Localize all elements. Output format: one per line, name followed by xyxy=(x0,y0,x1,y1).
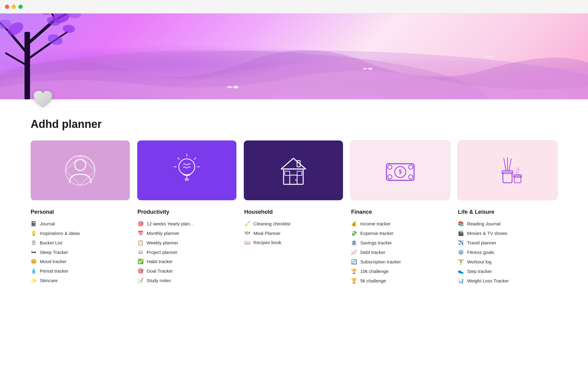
list-item[interactable]: 📝Study notes xyxy=(138,276,237,285)
item-icon: ⚙️ xyxy=(458,249,464,255)
close-button[interactable] xyxy=(5,5,9,9)
page-content: Adhd planner xyxy=(0,112,588,298)
item-label: Subscription tracker xyxy=(360,259,401,264)
list-item[interactable]: 💰Income tracker xyxy=(351,219,450,228)
category-items-personal: 📓Journal💡Inspirations & ideas☰Bucket Lis… xyxy=(31,219,130,285)
list-item[interactable]: 🏦Savings tracker xyxy=(351,238,450,247)
item-icon: 🍽 xyxy=(244,230,251,236)
item-icon: 📝 xyxy=(138,278,144,283)
list-item[interactable]: 🏆5k challenge xyxy=(351,276,450,286)
titlebar xyxy=(0,0,588,13)
svg-point-44 xyxy=(409,175,413,179)
list-item[interactable]: 🧹Cleaning checklist xyxy=(244,219,344,228)
list-item[interactable]: 🍽Meal Planner xyxy=(244,228,344,238)
category-title-productivity: Productivity xyxy=(138,209,237,215)
category-items-productivity: 🎯12 weeks Yearly plan...📅Monthly planner… xyxy=(138,219,237,285)
svg-point-42 xyxy=(409,165,413,169)
category-items-household: 🧹Cleaning checklist🍽Meal Planner📖Recipes… xyxy=(244,219,344,247)
item-label: Monthly planner xyxy=(147,231,179,236)
svg-rect-36 xyxy=(297,171,302,175)
item-icon: 📓 xyxy=(31,221,37,227)
list-item[interactable]: 🏋Workout log xyxy=(458,257,557,266)
item-label: Recipes book xyxy=(254,240,281,245)
svg-line-11 xyxy=(6,53,27,66)
list-item[interactable]: ⚙️Fitness goals xyxy=(458,247,557,257)
item-label: Weekly planner xyxy=(147,240,178,245)
list-item[interactable]: 👟Step tracker xyxy=(458,266,557,276)
list-item[interactable]: 🎯Goal Tracker xyxy=(138,266,237,276)
category-items-finance: 💰Income tracker💸Expense tracker🏦Savings … xyxy=(351,219,450,286)
category-title-finance: Finance xyxy=(351,209,450,215)
item-icon: 🔄 xyxy=(351,259,357,265)
svg-point-19 xyxy=(62,24,75,33)
heart-icon-container xyxy=(31,87,55,112)
list-item[interactable]: 🎯12 weeks Yearly plan... xyxy=(138,219,237,228)
list-item[interactable]: 📋Weekly planner xyxy=(138,238,237,247)
item-icon: 💡 xyxy=(31,230,37,236)
svg-line-27 xyxy=(178,158,179,159)
list-item[interactable]: 📚Reading Journal xyxy=(458,219,557,228)
list-item[interactable]: 💸Expense tracker xyxy=(351,228,450,238)
item-icon: 💧 xyxy=(31,268,37,274)
category-title-household: Household xyxy=(244,209,344,215)
category-household: Household🧹Cleaning checklist🍽Meal Planne… xyxy=(244,209,344,286)
page-title: Adhd planner xyxy=(31,118,557,131)
item-label: Fitness goals xyxy=(467,250,494,255)
list-item[interactable]: 📈Debt tracker xyxy=(351,247,450,257)
maximize-button[interactable] xyxy=(18,5,23,9)
list-item[interactable]: 📊Weight Loss Tracker xyxy=(458,276,557,286)
list-item[interactable]: 💧Period tracker xyxy=(31,266,130,276)
card-productivity[interactable] xyxy=(137,140,236,200)
item-label: Reading Journal xyxy=(467,221,500,226)
category-personal: Personal📓Journal💡Inspirations & ideas☰Bu… xyxy=(31,209,130,286)
list-item[interactable]: 📅Monthly planner xyxy=(138,228,237,238)
item-label: Step tracker xyxy=(467,269,492,274)
category-productivity: Productivity🎯12 weeks Yearly plan...📅Mon… xyxy=(138,209,237,286)
svg-rect-35 xyxy=(285,171,290,175)
list-item[interactable]: ✅Habit tracker xyxy=(138,257,237,266)
list-item[interactable]: 🎬Movies & TV shows xyxy=(458,228,557,238)
item-label: Bucket List xyxy=(40,240,62,245)
list-item[interactable]: 🗂Project planner xyxy=(138,247,237,257)
category-title-leisure: Life & Leisure xyxy=(458,209,557,215)
item-icon: 📅 xyxy=(138,230,144,236)
svg-point-41 xyxy=(388,165,392,169)
item-label: Movies & TV shows xyxy=(467,231,507,236)
item-label: Skincare xyxy=(40,278,58,283)
item-label: Study notes xyxy=(147,278,171,283)
list-item[interactable]: ✈️Travel planner xyxy=(458,238,557,247)
item-icon: 👟 xyxy=(458,268,464,274)
item-label: Habit tracker xyxy=(147,259,173,264)
card-household[interactable] xyxy=(244,140,343,200)
list-item[interactable]: ☰Bucket List xyxy=(31,238,130,247)
cards-row: $ xyxy=(31,140,557,200)
item-label: Income tracker xyxy=(360,221,390,226)
item-icon: 💸 xyxy=(351,230,357,236)
item-icon: 🎯 xyxy=(138,221,144,227)
svg-line-25 xyxy=(194,158,196,159)
list-item[interactable]: 🛏Sleep Tracker xyxy=(31,247,130,257)
card-personal[interactable] xyxy=(31,140,130,200)
item-icon: ☰ xyxy=(31,240,37,246)
list-item[interactable]: 📓Journal xyxy=(31,219,130,228)
list-item[interactable]: 🏆10k challenge xyxy=(351,266,450,276)
item-icon: 📈 xyxy=(351,249,357,255)
card-leisure[interactable] xyxy=(458,140,557,200)
svg-point-43 xyxy=(388,175,392,179)
list-item[interactable]: 🔄Subscription tracker xyxy=(351,257,450,266)
item-label: Cleaning checklist xyxy=(254,221,291,226)
list-item[interactable]: 💡Inspirations & ideas xyxy=(31,228,130,238)
minimize-button[interactable] xyxy=(12,5,16,9)
list-item[interactable]: 📖Recipes book xyxy=(244,238,344,247)
card-finance[interactable]: $ xyxy=(350,140,450,200)
list-item[interactable]: 😊Mood tracker xyxy=(31,257,130,266)
item-label: Mood tracker xyxy=(40,259,67,264)
item-icon: 🏆 xyxy=(351,268,357,274)
item-label: 10k challenge xyxy=(360,269,389,274)
item-label: Period tracker xyxy=(40,268,68,274)
item-icon: ✈️ xyxy=(458,240,464,246)
item-label: Project planner xyxy=(147,250,178,255)
list-item[interactable]: ✨Skincare xyxy=(31,276,130,285)
hero-banner xyxy=(0,13,588,99)
item-icon: ✅ xyxy=(138,259,144,264)
